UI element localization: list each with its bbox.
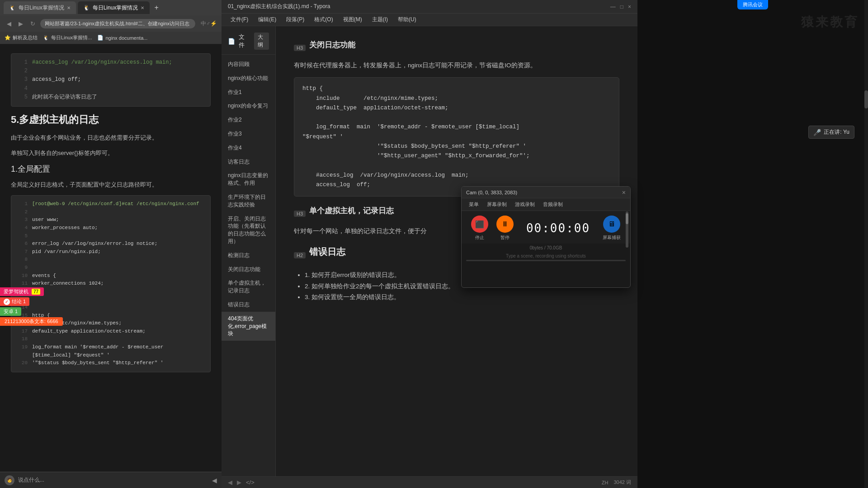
scrollbar-thumb[interactable]: [864, 90, 868, 108]
typora-titlebar: 01_nginx虚拟主机综合实践(1).md - Typora — □ ×: [222, 0, 637, 14]
microphone-icon: 🎤: [813, 129, 821, 136]
sidebar-item-close-log[interactable]: 关闭日志功能: [222, 263, 275, 277]
minimize-button[interactable]: —: [610, 4, 616, 10]
maximize-button[interactable]: □: [620, 4, 623, 10]
statusbar-forward-button[interactable]: ▶: [237, 479, 241, 486]
cam-window: Cam (0, 0, 3833, 2083) × 菜单 屏幕录制 游戏录制 音频…: [461, 186, 631, 288]
cam-scroll-thumb[interactable]: [626, 213, 628, 224]
section-global: 1.全局配置 全局定义好日志格式，子页面配置中定义日志路径即可。: [11, 164, 211, 190]
statusbar-lang: ZH: [602, 480, 609, 485]
new-tab-button[interactable]: +: [151, 4, 161, 12]
cam-hint: Type a scene, recording using shortcuts: [462, 252, 630, 260]
cam-menu-main[interactable]: 菜单: [465, 200, 482, 209]
right-scrollbar[interactable]: [864, 0, 868, 488]
badge-red-1: ✓ 结论 1: [0, 297, 29, 306]
sidebar-item-work1[interactable]: 作业1: [222, 85, 275, 99]
browser-tab-2[interactable]: 🐧 每日Linux掌握情况 ✕: [78, 1, 150, 14]
sidebar-item-error[interactable]: 错误日志: [222, 298, 275, 312]
forward-button[interactable]: ▶: [16, 19, 25, 28]
statusbar-code-icon[interactable]: </>: [246, 479, 255, 486]
section-5: 5.多虚拟主机的日志 由于企业会有多个网站业务，日志也必然需要分开记录。 单独写…: [11, 113, 211, 158]
cam-titlebar: Cam (0, 0, 3833, 2083) ×: [462, 187, 630, 198]
cam-close-button[interactable]: ×: [622, 189, 626, 196]
dream-badge: 爱梦驾驶机 77: [0, 287, 44, 296]
browser-window: 🐧 每日Linux掌握情况 ✕ 🐧 每日Linux掌握情况 ✕ + ◀ ▶ ↻ …: [0, 0, 222, 488]
cam-stats-value: 0bytes / 70.0GB: [530, 245, 562, 250]
h3-badge-close: H3: [294, 45, 306, 51]
statusbar-right: ZH 3042 词: [602, 479, 631, 486]
window-controls: — □ ×: [610, 4, 631, 10]
para-2: 单独写入到各自的server{}标签内即可。: [11, 148, 211, 158]
doc-h3-single: 单个虚拟主机，记录日志: [309, 206, 394, 216]
para-3: 全局定义好日志格式，子页面配置中定义日志路径即可。: [11, 180, 211, 190]
screen-capture-icon: 🖥: [603, 216, 620, 233]
menu-view[interactable]: 视图(M): [339, 14, 367, 25]
bookmark-label-1: 解析及总结: [13, 34, 38, 41]
sidebar-item-core[interactable]: nginx的核心功能: [222, 71, 275, 85]
sidebar-item-log[interactable]: 访客日志: [222, 155, 275, 169]
chat-send-button[interactable]: ◀: [212, 477, 217, 484]
tab-close-2[interactable]: ✕: [141, 5, 144, 10]
menu-format[interactable]: 格式(O): [310, 14, 337, 25]
sidebar-item-toggle[interactable]: 开启、关闭日志功能（先看默认的日志功能怎么用）: [222, 212, 275, 249]
statusbar-back-button[interactable]: ◀: [228, 479, 232, 486]
bookmark-icon-1: ⭐: [5, 35, 11, 41]
bookmark-label-3: nginx documenta...: [105, 35, 147, 41]
sidebar-item-work4[interactable]: 作业4: [222, 141, 275, 155]
sidebar-item-single[interactable]: 单个虚拟主机，记录日志: [222, 276, 275, 298]
tab-favicon-1: 🐧: [9, 5, 16, 11]
tab-close-1[interactable]: ✕: [67, 5, 71, 10]
capture-label: 屏幕捕获: [603, 235, 621, 241]
section-h3-global: 1.全局配置: [11, 164, 211, 174]
cam-pause-button[interactable]: ⏸ 暂停: [496, 216, 514, 241]
cam-menu-audio-rec[interactable]: 音频录制: [539, 200, 566, 209]
menu-para[interactable]: 段落(P): [282, 14, 309, 25]
cam-menu-game-rec[interactable]: 游戏录制: [511, 200, 538, 209]
cam-title: Cam (0, 0, 3833, 2083): [466, 190, 517, 195]
sidebar-item-cmd[interactable]: nginx的命令复习: [222, 99, 275, 113]
stop-icon: ⬛: [471, 216, 488, 233]
sidebar-item-work3[interactable]: 作业3: [222, 127, 275, 141]
back-button[interactable]: ◀: [5, 19, 14, 28]
browser-bookmarks: ⭐ 解析及总结 🐧 每日Linux掌握情... 📄 nginx document…: [0, 32, 222, 44]
watermark: 猿来教育: [801, 14, 859, 31]
close-button[interactable]: ×: [628, 4, 631, 10]
badge-green-1: 安卓 1: [0, 307, 21, 316]
sidebar-item-huigu[interactable]: 内容回顾: [222, 57, 275, 71]
statusbar-left: ◀ ▶ </>: [228, 479, 255, 486]
browser-tabs: 🐧 每日Linux掌握情况 ✕ 🐧 每日Linux掌握情况 ✕ +: [0, 0, 222, 15]
bookmark-3[interactable]: 📄 nginx documenta...: [97, 35, 147, 41]
browser-tab-1[interactable]: 🐧 每日Linux掌握情况 ✕: [4, 1, 76, 14]
cam-progress-bar: [466, 260, 626, 261]
address-bar[interactable]: 网站部署篇/23-1-nginx虚拟主机实战.html#二、创建nginx访问日…: [40, 19, 195, 28]
cam-scroll[interactable]: [626, 211, 628, 248]
chat-input-placeholder[interactable]: 说点什么...: [18, 476, 208, 484]
menu-edit[interactable]: 编辑(E): [254, 14, 281, 25]
sidebar-item-logfmt[interactable]: nginx日志变量的格式、作用: [222, 169, 275, 190]
menu-help[interactable]: 帮助(U): [393, 14, 421, 25]
sidebar-item-prod[interactable]: 生产环境下的日志实践经验: [222, 190, 275, 212]
tab-label-2: 每日Linux掌握情况: [93, 4, 138, 12]
badge-count: 211213000条文本: 6666: [0, 317, 63, 326]
pause-label: 暂停: [500, 235, 509, 241]
stop-label: 停止: [475, 235, 484, 241]
reload-button[interactable]: ↻: [28, 19, 38, 28]
menu-theme[interactable]: 主题(I): [368, 14, 392, 25]
sidebar-item-work2[interactable]: 作业2: [222, 113, 275, 127]
typora-menubar: 文件(F) 编辑(E) 段落(P) 格式(O) 视图(M) 主题(I) 帮助(U…: [222, 14, 637, 26]
section-close-log: H3 关闭日志功能 有时候在代理服务器上，转发服务器上，nginx日志可能不用记…: [294, 40, 619, 197]
bookmark-2[interactable]: 🐧 每日Linux掌握情...: [43, 34, 92, 41]
tencent-meeting-badge: 腾讯会议: [737, 0, 768, 9]
chat-input-bar: 🧑 说点什么... ◀: [0, 472, 222, 488]
sidebar-item-404[interactable]: 404页面优化,error_page模块: [222, 312, 275, 341]
cam-controls: ⬛ 停止 ⏸ 暂停 00:00:00 🖥 屏幕捕获: [462, 211, 630, 244]
sidebar-outline-label[interactable]: 大纲: [254, 33, 269, 50]
menu-file[interactable]: 文件(F): [226, 14, 253, 25]
typora-statusbar: ◀ ▶ </> ZH 3042 词: [222, 476, 637, 488]
bookmark-1[interactable]: ⭐ 解析及总结: [5, 34, 38, 41]
sidebar-item-check[interactable]: 检测日志: [222, 249, 275, 263]
cam-stop-button[interactable]: ⬛ 停止: [471, 216, 488, 241]
cam-screen-capture-button[interactable]: 🖥 屏幕捕获: [603, 216, 621, 241]
para-1: 由于企业会有多个网站业务，日志也必然需要分开记录。: [11, 133, 211, 143]
cam-menu-screen-rec[interactable]: 屏幕录制: [483, 200, 510, 209]
